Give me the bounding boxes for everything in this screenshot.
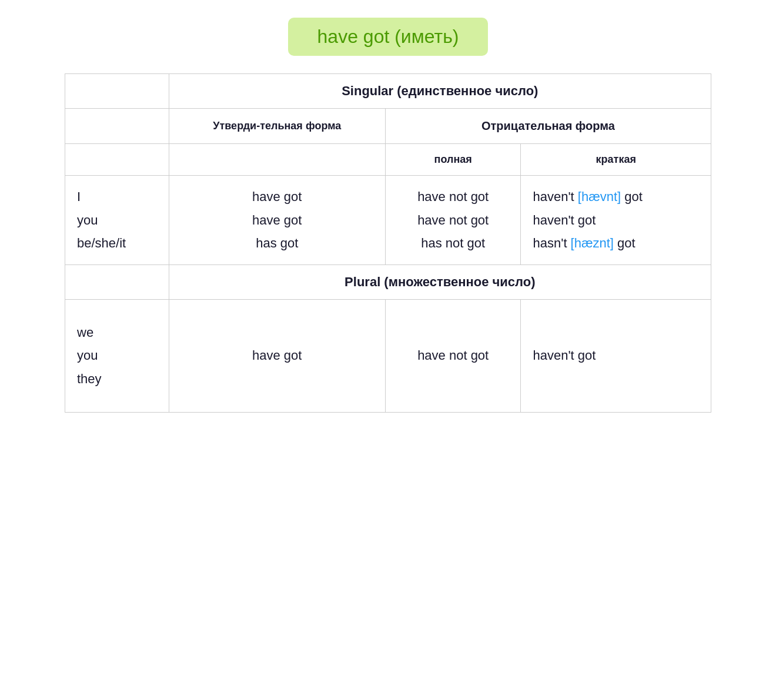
- pronoun-I: I: [77, 185, 157, 209]
- pronoun-you: you: [77, 209, 157, 232]
- singular-header-row: Singular (единственное число): [65, 74, 711, 109]
- affirm-I: have got: [181, 185, 373, 209]
- affirm-you: have got: [181, 209, 373, 232]
- title-badge: have got (иметь): [288, 18, 489, 56]
- singular-data-row: I you be/she/it have got have got has go…: [65, 176, 711, 265]
- affirm-hesheit: has got: [181, 232, 373, 255]
- neg-short-I: haven't [hævnt] got: [533, 185, 699, 209]
- plural-data-row: we you they have got have not got haven'…: [65, 299, 711, 412]
- pronoun-they: they: [77, 367, 157, 391]
- plural-header: Plural (множественное число): [169, 264, 711, 299]
- phonetic-havent: [hævnt]: [578, 189, 621, 204]
- pronoun-we: we: [77, 321, 157, 344]
- page-container: have got (иметь) Singular (единственное …: [65, 18, 711, 413]
- plural-neg-short: haven't got: [521, 299, 711, 412]
- plural-affirm: have got: [169, 299, 385, 412]
- singular-header: Singular (единственное число): [169, 74, 711, 109]
- empty-affirm-sub: [169, 144, 385, 176]
- plural-header-row: Plural (множественное число): [65, 264, 711, 299]
- sub-headers-row: полная краткая: [65, 144, 711, 176]
- singular-affirm: have got have got has got: [169, 176, 385, 265]
- main-table: Singular (единственное число) Утверди-те…: [65, 73, 711, 413]
- column-headers-row: Утверди-тельная форма Отрицательная форм…: [65, 109, 711, 144]
- singular-neg-short: haven't [hævnt] got haven't got hasn't […: [521, 176, 711, 265]
- plural-neg-full: have not got: [385, 299, 521, 412]
- neg-short-you: haven't got: [533, 209, 699, 232]
- neg-full-hesheit: has not got: [397, 232, 509, 255]
- neg-full-I: have not got: [397, 185, 509, 209]
- singular-pronouns: I you be/she/it: [65, 176, 169, 265]
- pronoun-you-pl: you: [77, 344, 157, 367]
- short-form-header: краткая: [521, 144, 711, 176]
- neg-full-you: have not got: [397, 209, 509, 232]
- phonetic-hasnt: [hæznt]: [571, 236, 614, 250]
- empty-plural-left: [65, 264, 169, 299]
- full-form-header: полная: [385, 144, 521, 176]
- plural-pronouns: we you they: [65, 299, 169, 412]
- empty-top-left: [65, 74, 169, 109]
- affirm-header: Утверди-тельная форма: [169, 109, 385, 144]
- empty-sub: [65, 144, 169, 176]
- page-title: have got (иметь): [317, 26, 459, 47]
- singular-neg-full: have not got have not got has not got: [385, 176, 521, 265]
- pronoun-hesheit: be/she/it: [77, 232, 157, 255]
- neg-short-hesheit: hasn't [hæznt] got: [533, 232, 699, 255]
- negative-header: Отрицательная форма: [385, 109, 711, 144]
- empty-pronoun-header: [65, 109, 169, 144]
